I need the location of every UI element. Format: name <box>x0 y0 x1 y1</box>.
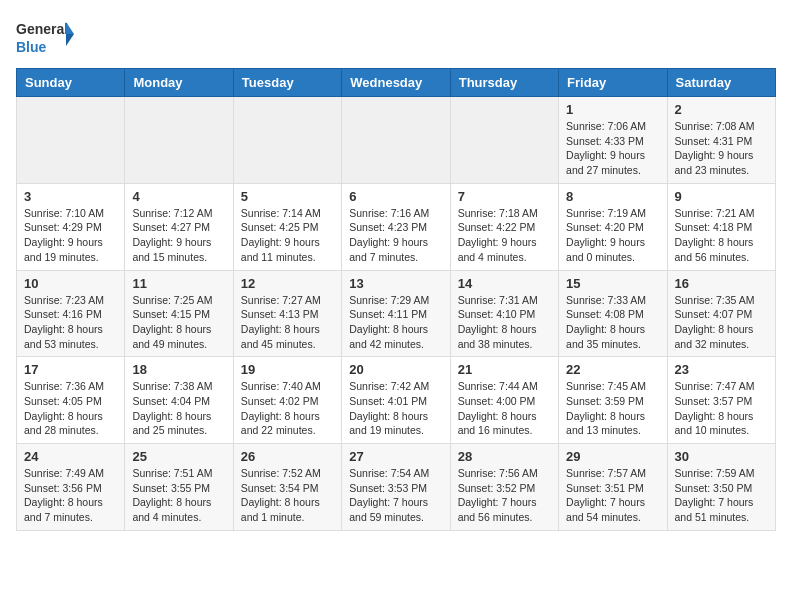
day-number: 28 <box>458 449 551 464</box>
calendar-cell: 28Sunrise: 7:56 AM Sunset: 3:52 PM Dayli… <box>450 444 558 531</box>
calendar-cell: 12Sunrise: 7:27 AM Sunset: 4:13 PM Dayli… <box>233 270 341 357</box>
calendar-cell: 15Sunrise: 7:33 AM Sunset: 4:08 PM Dayli… <box>559 270 667 357</box>
day-number: 21 <box>458 362 551 377</box>
svg-marker-2 <box>66 22 74 34</box>
calendar-week-row: 1Sunrise: 7:06 AM Sunset: 4:33 PM Daylig… <box>17 97 776 184</box>
day-number: 3 <box>24 189 117 204</box>
calendar-cell: 2Sunrise: 7:08 AM Sunset: 4:31 PM Daylig… <box>667 97 775 184</box>
day-info: Sunrise: 7:06 AM Sunset: 4:33 PM Dayligh… <box>566 119 659 178</box>
day-info: Sunrise: 7:21 AM Sunset: 4:18 PM Dayligh… <box>675 206 768 265</box>
svg-text:General: General <box>16 21 68 37</box>
calendar-cell: 30Sunrise: 7:59 AM Sunset: 3:50 PM Dayli… <box>667 444 775 531</box>
day-number: 16 <box>675 276 768 291</box>
weekday-header-row: SundayMondayTuesdayWednesdayThursdayFrid… <box>17 69 776 97</box>
calendar-cell: 10Sunrise: 7:23 AM Sunset: 4:16 PM Dayli… <box>17 270 125 357</box>
calendar-week-row: 10Sunrise: 7:23 AM Sunset: 4:16 PM Dayli… <box>17 270 776 357</box>
day-number: 13 <box>349 276 442 291</box>
day-number: 11 <box>132 276 225 291</box>
calendar-cell <box>342 97 450 184</box>
weekday-header: Friday <box>559 69 667 97</box>
calendar-cell: 22Sunrise: 7:45 AM Sunset: 3:59 PM Dayli… <box>559 357 667 444</box>
day-info: Sunrise: 7:25 AM Sunset: 4:15 PM Dayligh… <box>132 293 225 352</box>
day-number: 2 <box>675 102 768 117</box>
calendar-cell: 5Sunrise: 7:14 AM Sunset: 4:25 PM Daylig… <box>233 183 341 270</box>
day-number: 1 <box>566 102 659 117</box>
calendar-cell: 26Sunrise: 7:52 AM Sunset: 3:54 PM Dayli… <box>233 444 341 531</box>
day-info: Sunrise: 7:45 AM Sunset: 3:59 PM Dayligh… <box>566 379 659 438</box>
day-info: Sunrise: 7:19 AM Sunset: 4:20 PM Dayligh… <box>566 206 659 265</box>
day-number: 6 <box>349 189 442 204</box>
day-number: 30 <box>675 449 768 464</box>
calendar-cell: 11Sunrise: 7:25 AM Sunset: 4:15 PM Dayli… <box>125 270 233 357</box>
day-info: Sunrise: 7:31 AM Sunset: 4:10 PM Dayligh… <box>458 293 551 352</box>
day-info: Sunrise: 7:51 AM Sunset: 3:55 PM Dayligh… <box>132 466 225 525</box>
day-info: Sunrise: 7:57 AM Sunset: 3:51 PM Dayligh… <box>566 466 659 525</box>
day-info: Sunrise: 7:23 AM Sunset: 4:16 PM Dayligh… <box>24 293 117 352</box>
day-info: Sunrise: 7:42 AM Sunset: 4:01 PM Dayligh… <box>349 379 442 438</box>
calendar-cell: 13Sunrise: 7:29 AM Sunset: 4:11 PM Dayli… <box>342 270 450 357</box>
calendar-cell: 3Sunrise: 7:10 AM Sunset: 4:29 PM Daylig… <box>17 183 125 270</box>
day-info: Sunrise: 7:40 AM Sunset: 4:02 PM Dayligh… <box>241 379 334 438</box>
calendar-cell: 21Sunrise: 7:44 AM Sunset: 4:00 PM Dayli… <box>450 357 558 444</box>
day-info: Sunrise: 7:14 AM Sunset: 4:25 PM Dayligh… <box>241 206 334 265</box>
day-info: Sunrise: 7:38 AM Sunset: 4:04 PM Dayligh… <box>132 379 225 438</box>
weekday-header: Saturday <box>667 69 775 97</box>
day-number: 10 <box>24 276 117 291</box>
logo: GeneralBlue <box>16 16 76 58</box>
day-info: Sunrise: 7:56 AM Sunset: 3:52 PM Dayligh… <box>458 466 551 525</box>
day-number: 25 <box>132 449 225 464</box>
day-info: Sunrise: 7:36 AM Sunset: 4:05 PM Dayligh… <box>24 379 117 438</box>
weekday-header: Wednesday <box>342 69 450 97</box>
calendar-cell: 1Sunrise: 7:06 AM Sunset: 4:33 PM Daylig… <box>559 97 667 184</box>
day-number: 15 <box>566 276 659 291</box>
day-info: Sunrise: 7:16 AM Sunset: 4:23 PM Dayligh… <box>349 206 442 265</box>
day-info: Sunrise: 7:08 AM Sunset: 4:31 PM Dayligh… <box>675 119 768 178</box>
day-info: Sunrise: 7:10 AM Sunset: 4:29 PM Dayligh… <box>24 206 117 265</box>
calendar-cell: 24Sunrise: 7:49 AM Sunset: 3:56 PM Dayli… <box>17 444 125 531</box>
calendar-cell: 8Sunrise: 7:19 AM Sunset: 4:20 PM Daylig… <box>559 183 667 270</box>
day-info: Sunrise: 7:52 AM Sunset: 3:54 PM Dayligh… <box>241 466 334 525</box>
calendar-cell: 20Sunrise: 7:42 AM Sunset: 4:01 PM Dayli… <box>342 357 450 444</box>
weekday-header: Monday <box>125 69 233 97</box>
day-number: 17 <box>24 362 117 377</box>
day-number: 24 <box>24 449 117 464</box>
day-number: 19 <box>241 362 334 377</box>
calendar-week-row: 24Sunrise: 7:49 AM Sunset: 3:56 PM Dayli… <box>17 444 776 531</box>
svg-text:Blue: Blue <box>16 39 47 55</box>
day-number: 4 <box>132 189 225 204</box>
weekday-header: Sunday <box>17 69 125 97</box>
day-info: Sunrise: 7:35 AM Sunset: 4:07 PM Dayligh… <box>675 293 768 352</box>
calendar-week-row: 17Sunrise: 7:36 AM Sunset: 4:05 PM Dayli… <box>17 357 776 444</box>
logo-svg: GeneralBlue <box>16 16 76 58</box>
calendar-cell: 16Sunrise: 7:35 AM Sunset: 4:07 PM Dayli… <box>667 270 775 357</box>
day-info: Sunrise: 7:49 AM Sunset: 3:56 PM Dayligh… <box>24 466 117 525</box>
calendar-cell: 4Sunrise: 7:12 AM Sunset: 4:27 PM Daylig… <box>125 183 233 270</box>
day-info: Sunrise: 7:59 AM Sunset: 3:50 PM Dayligh… <box>675 466 768 525</box>
day-number: 22 <box>566 362 659 377</box>
day-info: Sunrise: 7:54 AM Sunset: 3:53 PM Dayligh… <box>349 466 442 525</box>
day-info: Sunrise: 7:33 AM Sunset: 4:08 PM Dayligh… <box>566 293 659 352</box>
calendar-cell: 9Sunrise: 7:21 AM Sunset: 4:18 PM Daylig… <box>667 183 775 270</box>
day-number: 14 <box>458 276 551 291</box>
day-number: 29 <box>566 449 659 464</box>
calendar-cell: 17Sunrise: 7:36 AM Sunset: 4:05 PM Dayli… <box>17 357 125 444</box>
calendar-cell: 7Sunrise: 7:18 AM Sunset: 4:22 PM Daylig… <box>450 183 558 270</box>
day-number: 5 <box>241 189 334 204</box>
day-info: Sunrise: 7:44 AM Sunset: 4:00 PM Dayligh… <box>458 379 551 438</box>
calendar-cell: 19Sunrise: 7:40 AM Sunset: 4:02 PM Dayli… <box>233 357 341 444</box>
day-info: Sunrise: 7:29 AM Sunset: 4:11 PM Dayligh… <box>349 293 442 352</box>
day-info: Sunrise: 7:47 AM Sunset: 3:57 PM Dayligh… <box>675 379 768 438</box>
calendar-cell: 14Sunrise: 7:31 AM Sunset: 4:10 PM Dayli… <box>450 270 558 357</box>
day-number: 12 <box>241 276 334 291</box>
page-header: GeneralBlue <box>16 16 776 58</box>
calendar-cell <box>450 97 558 184</box>
calendar-cell <box>233 97 341 184</box>
svg-marker-3 <box>66 34 74 46</box>
calendar-cell: 18Sunrise: 7:38 AM Sunset: 4:04 PM Dayli… <box>125 357 233 444</box>
day-number: 18 <box>132 362 225 377</box>
weekday-header: Thursday <box>450 69 558 97</box>
day-info: Sunrise: 7:27 AM Sunset: 4:13 PM Dayligh… <box>241 293 334 352</box>
calendar-cell: 23Sunrise: 7:47 AM Sunset: 3:57 PM Dayli… <box>667 357 775 444</box>
calendar-table: SundayMondayTuesdayWednesdayThursdayFrid… <box>16 68 776 531</box>
calendar-cell: 6Sunrise: 7:16 AM Sunset: 4:23 PM Daylig… <box>342 183 450 270</box>
